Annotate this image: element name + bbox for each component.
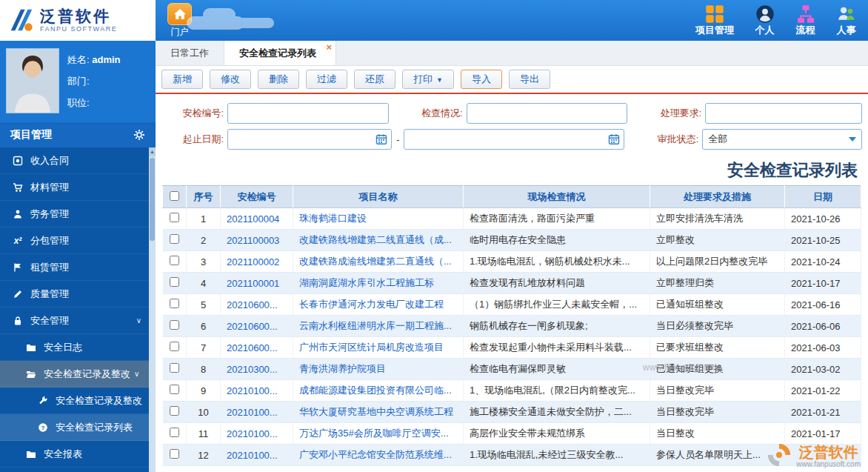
sidebar-item-quality-management[interactable]: 质量管理 — [0, 281, 149, 308]
row-situation: 施工楼梯安全通道未做安全防护，二... — [464, 402, 650, 423]
edit-button[interactable]: 修改 — [210, 70, 251, 89]
project-link[interactable]: 改建铁路线增建第二线直通线（成... — [299, 234, 452, 245]
row-checkbox[interactable] — [170, 342, 179, 351]
code-link[interactable]: 2021100004 — [227, 213, 279, 225]
row-checkbox[interactable] — [170, 213, 179, 222]
sidebar-scrollbar[interactable]: ▲ — [149, 147, 156, 472]
project-link[interactable]: 云南水利枢纽潜明水库一期工程施... — [299, 320, 452, 331]
sidebar-item-safety-report[interactable]: 安全报表 — [0, 441, 149, 468]
code-link[interactable]: 20210100... — [227, 450, 278, 461]
row-situation: 高层作业安全带未规范绑系 — [464, 423, 650, 445]
table-row: 1020210100...华软大厦研究基地中央空调系统工程施工楼梯安全通道未做安… — [163, 402, 861, 423]
sidebar-item-safety-management[interactable]: 安全管理∨ — [0, 308, 149, 334]
sidebar-item-lease-management[interactable]: 租赁管理 — [0, 254, 149, 281]
grid-icon — [705, 4, 725, 24]
sidebar-item-subcontract-management[interactable]: x²分包管理 — [0, 227, 149, 254]
date-to-input[interactable] — [404, 129, 624, 150]
scrollbar-thumb[interactable] — [150, 158, 155, 241]
sidebar-item-safety-check-records[interactable]: 安全检查记录及整改∨ — [0, 361, 149, 388]
print-button[interactable]: 打印▼ — [402, 70, 454, 89]
nav-portal[interactable]: 门户 — [167, 3, 192, 39]
import-button[interactable]: 导入 — [461, 70, 502, 89]
sidebar-item-safety-check-record-list[interactable]: ?安全检查记录列表 — [0, 414, 149, 441]
nav-hr[interactable]: 人事 — [836, 4, 856, 37]
gear-icon[interactable] — [133, 129, 145, 141]
row-checkbox[interactable] — [170, 363, 179, 373]
row-checkbox[interactable] — [170, 320, 179, 330]
scroll-up-icon[interactable]: ▲ — [149, 147, 156, 156]
tab-safety-check-record-list[interactable]: 安全检查记录列表× — [224, 41, 336, 65]
sidebar-item-safety-check-record-edit[interactable]: 安全检查记录及整改 — [0, 388, 149, 414]
row-checkbox[interactable] — [170, 449, 179, 459]
delete-button[interactable]: 删除 — [258, 70, 299, 89]
project-link[interactable]: 青海洪湖养护院项目 — [299, 363, 386, 374]
project-link[interactable]: 广州市天河区统计局机房改造项目 — [299, 342, 444, 353]
code-input[interactable] — [227, 103, 389, 124]
row-checkbox-cell — [163, 230, 187, 251]
add-button[interactable]: 新增 — [161, 70, 203, 89]
code-link[interactable]: 20210300... — [227, 364, 278, 375]
nav-workflow[interactable]: 流程 — [795, 4, 815, 37]
sidebar-item-label: 劳务管理 — [30, 207, 69, 221]
situation-input[interactable] — [467, 103, 628, 124]
close-icon[interactable]: × — [326, 42, 332, 52]
profile-department: 部门: — [67, 74, 121, 89]
row-checkbox-cell — [163, 251, 187, 273]
row-measure: 立即整理归类 — [650, 273, 785, 294]
row-measure: 当日整改完毕 — [650, 402, 785, 423]
sidebar-item-label: 安全检查记录及整改 — [44, 368, 130, 381]
table-row: 1220210100...广安邓小平纪念馆安全防范系统维...1.现场临电混乱,… — [163, 445, 861, 466]
filter-button[interactable]: 过滤 — [306, 70, 347, 89]
project-link[interactable]: 广安邓小平纪念馆安全防范系统维... — [299, 449, 452, 460]
sidebar-item-label: 安全日志 — [44, 341, 82, 354]
row-code: 20210600... — [221, 337, 293, 359]
row-checkbox[interactable] — [170, 234, 179, 244]
tab-daily-work[interactable]: 日常工作 — [156, 41, 224, 65]
row-date: 2021-10-24 — [785, 251, 861, 273]
project-link[interactable]: 湖南洞庭湖水库引水工程施工标 — [299, 277, 434, 288]
export-button[interactable]: 导出 — [509, 70, 550, 89]
calendar-icon[interactable] — [375, 133, 387, 145]
person-icon — [755, 4, 775, 24]
approval-status-select[interactable]: 全部 — [702, 129, 862, 150]
nav-personal[interactable]: 个人 — [755, 4, 775, 37]
code-link[interactable]: 20210600... — [227, 342, 278, 353]
require-input[interactable] — [705, 103, 862, 124]
sidebar-item-material-management[interactable]: 材料管理 — [0, 174, 149, 201]
project-link[interactable]: 改建铁路成渝线增建第二直通线（... — [299, 256, 452, 267]
row-date: 2021-01-21 — [785, 402, 861, 423]
row-checkbox[interactable] — [170, 406, 179, 416]
restore-button[interactable]: 还原 — [354, 70, 395, 89]
nav-project-management[interactable]: 项目管理 — [695, 4, 734, 37]
sidebar-item-safety-log[interactable]: 安全日志 — [0, 334, 149, 361]
code-link[interactable]: 20210600... — [227, 321, 278, 332]
require-label: 处理要求: — [638, 107, 701, 120]
select-all-checkbox[interactable] — [170, 191, 179, 201]
project-link[interactable]: 成都能源建设集团投资有限公司临... — [299, 385, 452, 396]
code-link[interactable]: 20210100... — [227, 407, 278, 418]
row-date: 2021-10-25 — [785, 230, 861, 251]
project-link[interactable]: 珠海鹤港口建设 — [299, 213, 367, 224]
code-link[interactable]: 20210600... — [227, 299, 278, 310]
project-link[interactable]: 华软大厦研究基地中央空调系统工程 — [299, 406, 453, 417]
row-checkbox[interactable] — [170, 299, 179, 308]
button-label: 删除 — [269, 73, 288, 84]
code-link[interactable]: 20210100... — [227, 428, 278, 439]
code-link[interactable]: 20210100... — [227, 385, 278, 396]
sidebar-item-income-contract[interactable]: 收入合同 — [0, 147, 149, 174]
row-measure: 已通知班组更换 — [650, 359, 785, 380]
code-link[interactable]: 2021100003 — [227, 235, 279, 246]
sidebar-item-labor-management[interactable]: 劳务管理 — [0, 201, 149, 227]
calendar-icon[interactable] — [608, 133, 620, 145]
row-checkbox[interactable] — [170, 385, 179, 394]
row-checkbox[interactable] — [170, 277, 179, 287]
row-checkbox[interactable] — [170, 428, 179, 437]
project-link[interactable]: 万达广场35#会所及咖啡厅空调安... — [299, 428, 449, 439]
table-row: 1120210100...万达广场35#会所及咖啡厅空调安...高层作业安全带未… — [163, 423, 861, 445]
code-link[interactable]: 2021100002 — [227, 256, 279, 267]
project-link[interactable]: 长春市伊通河水力发电厂改建工程 — [299, 299, 444, 310]
sidebar-section-header[interactable]: 项目管理 — [0, 122, 156, 147]
date-from-input[interactable] — [227, 129, 392, 150]
code-link[interactable]: 2021100001 — [227, 278, 279, 289]
row-checkbox[interactable] — [170, 256, 179, 265]
